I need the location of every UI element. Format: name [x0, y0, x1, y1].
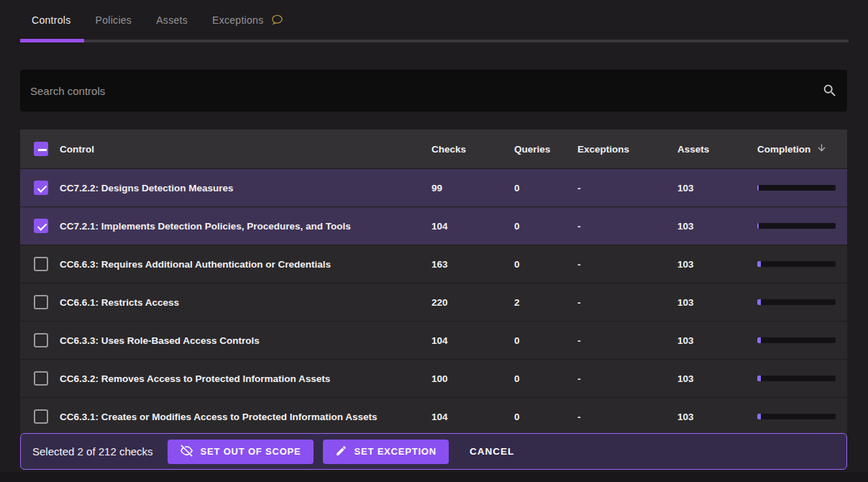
cancel-button[interactable]: CANCEL [458, 440, 526, 464]
select-all-checkbox[interactable] [34, 142, 48, 156]
completion-bar [757, 414, 836, 419]
row-checkbox[interactable] [34, 181, 48, 195]
set-out-of-scope-label: SET OUT OF SCOPE [201, 446, 301, 457]
assets-value: 103 [677, 373, 757, 384]
exceptions-value: - [577, 297, 677, 308]
queries-value: 0 [514, 259, 577, 270]
row-checkbox[interactable] [34, 409, 48, 424]
set-exception-button[interactable]: SET EXCEPTION [323, 440, 449, 464]
queries-value: 2 [514, 297, 577, 308]
completion-bar [757, 337, 836, 343]
queries-value: 0 [514, 411, 577, 422]
control-name: CC6.3.1: Creates or Modifies Access to P… [60, 411, 431, 422]
tab-underline-track [20, 40, 849, 42]
tab-active-underline [20, 39, 84, 42]
control-name: CC6.6.3: Requires Additional Authenticat… [60, 259, 431, 270]
set-out-of-scope-button[interactable]: SET OUT OF SCOPE [168, 440, 314, 464]
exceptions-value: - [577, 411, 677, 422]
header-control[interactable]: Control [60, 144, 431, 155]
row-checkbox[interactable] [34, 371, 48, 386]
exceptions-value: - [577, 221, 677, 232]
checks-value: 104 [431, 335, 514, 346]
queries-value: 0 [514, 373, 577, 384]
tab-bar: Controls Policies Assets Exceptions [0, 0, 868, 29]
set-exception-label: SET EXCEPTION [355, 446, 437, 457]
tab-controls[interactable]: Controls [20, 5, 83, 35]
table-row[interactable]: CC6.3.1: Creates or Modifies Access to P… [20, 397, 847, 435]
table-row[interactable]: CC6.6.3: Requires Additional Authenticat… [20, 245, 847, 283]
assets-value: 103 [677, 259, 757, 270]
completion-bar [757, 376, 836, 381]
tab-exceptions-label: Exceptions [212, 14, 263, 26]
queries-value: 0 [514, 335, 577, 346]
exceptions-value: - [577, 183, 677, 194]
exceptions-value: - [577, 373, 677, 384]
selected-count-text: Selected 2 of 212 checks [32, 445, 153, 458]
table-row[interactable]: CC6.3.3: Uses Role-Based Access Controls… [20, 321, 847, 359]
checks-value: 99 [431, 183, 514, 194]
bulk-action-bar: Selected 2 of 212 checks SET OUT OF SCOP… [20, 433, 847, 470]
table-row[interactable]: CC6.6.1: Restricts Access 220 2 - 103 [20, 283, 847, 321]
search-bar [20, 70, 847, 112]
table-header-row: Control Checks Queries Exceptions Assets… [20, 129, 847, 168]
checks-value: 104 [431, 411, 514, 422]
header-completion[interactable]: Completion [757, 142, 847, 155]
exceptions-value: - [577, 335, 677, 346]
checks-value: 220 [431, 297, 514, 308]
header-exceptions[interactable]: Exceptions [577, 144, 677, 155]
assets-value: 103 [677, 297, 757, 308]
assets-value: 103 [677, 335, 757, 346]
controls-table: Control Checks Queries Exceptions Assets… [20, 129, 847, 435]
speech-bubble-icon [270, 13, 284, 27]
completion-bar [757, 185, 836, 191]
exceptions-value: - [577, 259, 677, 270]
row-checkbox[interactable] [34, 333, 48, 347]
queries-value: 0 [514, 221, 577, 232]
arrow-down-icon[interactable] [816, 142, 827, 155]
completion-bar [757, 261, 836, 267]
search-icon[interactable] [822, 83, 838, 99]
table-row[interactable]: CC7.2.2: Designs Detection Measures 99 0… [20, 168, 847, 206]
search-input[interactable] [20, 85, 822, 97]
assets-value: 103 [677, 183, 757, 194]
row-checkbox[interactable] [34, 295, 48, 309]
tab-policies-label: Policies [96, 14, 132, 26]
row-checkbox[interactable] [34, 257, 48, 271]
control-name: CC6.3.2: Removes Access to Protected Inf… [60, 373, 431, 384]
tab-assets[interactable]: Assets [145, 5, 199, 35]
tab-assets-label: Assets [156, 14, 188, 26]
checks-value: 163 [431, 259, 514, 270]
tab-exceptions[interactable]: Exceptions [201, 5, 295, 35]
control-name: CC6.6.1: Restricts Access [60, 297, 431, 308]
eye-off-icon [180, 444, 193, 460]
header-completion-label: Completion [757, 144, 810, 155]
checks-value: 104 [431, 221, 514, 232]
assets-value: 103 [677, 411, 757, 422]
table-row[interactable]: CC6.3.2: Removes Access to Protected Inf… [20, 359, 847, 397]
control-name: CC6.3.3: Uses Role-Based Access Controls [60, 335, 431, 346]
header-checks[interactable]: Checks [431, 144, 514, 155]
completion-bar [757, 299, 836, 305]
assets-value: 103 [677, 221, 757, 232]
footer-strip [0, 472, 868, 482]
tab-controls-label: Controls [32, 14, 71, 26]
completion-bar [757, 223, 836, 229]
control-name: CC7.2.1: Implements Detection Policies, … [60, 221, 431, 232]
header-assets[interactable]: Assets [677, 144, 757, 155]
checks-value: 100 [431, 373, 514, 384]
row-checkbox[interactable] [34, 219, 48, 233]
pencil-icon [335, 445, 347, 459]
header-queries[interactable]: Queries [514, 144, 577, 155]
control-name: CC7.2.2: Designs Detection Measures [60, 183, 431, 194]
tab-policies[interactable]: Policies [84, 5, 144, 35]
table-row[interactable]: CC7.2.1: Implements Detection Policies, … [20, 206, 847, 245]
queries-value: 0 [514, 183, 577, 194]
